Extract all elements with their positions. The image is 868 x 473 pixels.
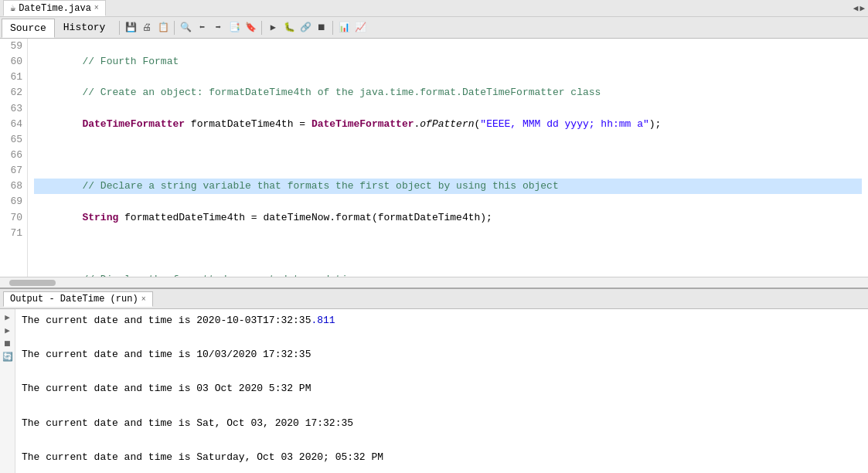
tab-source[interactable]: Source — [2, 19, 55, 38]
stop-icon[interactable]: ⏹ — [3, 339, 12, 349]
output-line-3: The current date and time is 10/03/2020 … — [22, 346, 862, 363]
linenum-67: 67 — [3, 163, 22, 179]
linenum-69: 69 — [3, 194, 22, 209]
line-numbers: 59 60 61 62 63 64 65 66 67 68 69 70 71 — [0, 39, 28, 277]
toolbar-sep-2 — [174, 21, 175, 35]
tb-btn-print[interactable]: 🖨 — [139, 20, 155, 36]
editor-area: 59 60 61 62 63 64 65 66 67 68 69 70 71 /… — [0, 39, 868, 288]
code-line-64: String formattedDateTime4th = dateTimeNo… — [34, 210, 862, 226]
tb-btn-10[interactable]: 📊 — [336, 20, 352, 36]
toolbar-sep-4 — [332, 21, 333, 35]
code-content[interactable]: // Fourth Format // Create an object: fo… — [28, 39, 868, 277]
file-name: DateTime.java — [19, 3, 91, 14]
scrollbar-thumb[interactable] — [9, 280, 56, 286]
tb-btn-debug[interactable]: 🐛 — [281, 20, 297, 36]
nav-left-icon[interactable]: ◀ — [853, 3, 859, 13]
linenum-66: 66 — [3, 148, 22, 163]
linenum-63: 63 — [3, 101, 22, 117]
rerun-icon[interactable]: 🔄 — [2, 352, 13, 362]
output-line-6 — [22, 397, 862, 414]
tb-btn-11[interactable]: 📈 — [352, 20, 368, 36]
run-icon[interactable]: ▶ — [5, 312, 10, 322]
output-tab[interactable]: Output - DateTime (run) × — [3, 291, 153, 307]
file-tab-close[interactable]: × — [94, 4, 99, 12]
tb-btn-save[interactable]: 💾 — [123, 20, 138, 36]
nav-right-icon[interactable]: ▶ — [859, 3, 865, 13]
code-line-61: DateTimeFormatter formatDateTime4th = Da… — [34, 117, 862, 132]
code-scroll: 59 60 61 62 63 64 65 66 67 68 69 70 71 /… — [0, 39, 868, 277]
output-line-1: The current date and time is 2020-10-03T… — [22, 312, 862, 329]
code-line-60: // Create an object: formatDateTime4th o… — [34, 85, 862, 100]
output-line-4 — [22, 363, 862, 380]
output-line-8 — [22, 432, 862, 449]
linenum-71: 71 — [3, 226, 22, 241]
file-icon: ☕ — [10, 2, 15, 14]
tb-btn-back[interactable]: ⬅ — [194, 20, 209, 36]
linenum-61: 61 — [3, 70, 22, 85]
code-line-59: // Fourth Format — [34, 54, 862, 70]
linenum-59: 59 — [3, 39, 22, 54]
tb-btn-run[interactable]: ▶ — [265, 20, 281, 36]
code-line-63: // Declare a string variable that format… — [34, 179, 862, 194]
linenum-60: 60 — [3, 54, 22, 70]
output-sidebar: ▶ ▶ ⏹ 🔄 — [0, 309, 15, 473]
debug-icon[interactable]: ▶ — [5, 325, 10, 335]
linenum-62: 62 — [3, 85, 22, 100]
output-body: ▶ ▶ ⏹ 🔄 The current date and time is 202… — [0, 309, 868, 473]
linenum-64: 64 — [3, 117, 22, 132]
output-header: Output - DateTime (run) × — [0, 289, 868, 309]
output-line-5: The current date and time is 03 Oct 2020… — [22, 380, 862, 397]
code-line-62 — [34, 148, 862, 163]
tab-history[interactable]: History — [55, 18, 114, 37]
toolbar-sep-1 — [119, 21, 120, 35]
tb-btn-3[interactable]: 📋 — [155, 20, 171, 36]
tb-btn-5[interactable]: 📑 — [226, 20, 242, 36]
linenum-70: 70 — [3, 210, 22, 226]
horizontal-scrollbar[interactable] — [0, 277, 868, 288]
code-line-65 — [34, 241, 862, 257]
view-tabs-bar: Source History 💾 🖨 📋 🔍 ⬅ ➡ 📑 🔖 ▶ 🐛 🔗 ⏹ 📊… — [0, 17, 868, 39]
nav-arrows: ◀ ▶ — [853, 3, 865, 13]
tb-btn-8[interactable]: 🔗 — [298, 20, 313, 36]
linenum-68: 68 — [3, 179, 22, 194]
tb-btn-6[interactable]: 🔖 — [243, 20, 258, 36]
toolbar: 💾 🖨 📋 🔍 ⬅ ➡ 📑 🔖 ▶ 🐛 🔗 ⏹ 📊 📈 — [117, 20, 866, 36]
output-title: Output - DateTime (run) — [10, 294, 138, 305]
tb-btn-forward[interactable]: ➡ — [210, 20, 226, 36]
output-panel: Output - DateTime (run) × ▶ ▶ ⏹ 🔄 The cu… — [0, 288, 868, 473]
output-text[interactable]: The current date and time is 2020-10-03T… — [15, 309, 868, 473]
file-tab[interactable]: ☕ DateTime.java × — [3, 0, 106, 16]
title-bar: ☕ DateTime.java × ◀ ▶ — [0, 0, 868, 17]
output-line-7: The current date and time is Sat, Oct 03… — [22, 415, 862, 432]
toolbar-sep-3 — [261, 21, 262, 35]
tb-btn-search[interactable]: 🔍 — [178, 20, 193, 36]
tb-btn-stop[interactable]: ⏹ — [314, 20, 329, 36]
output-tab-close[interactable]: × — [141, 295, 146, 304]
output-line-2 — [22, 329, 862, 346]
linenum-65: 65 — [3, 132, 22, 148]
output-line-9: The current date and time is Saturday, O… — [22, 449, 862, 466]
